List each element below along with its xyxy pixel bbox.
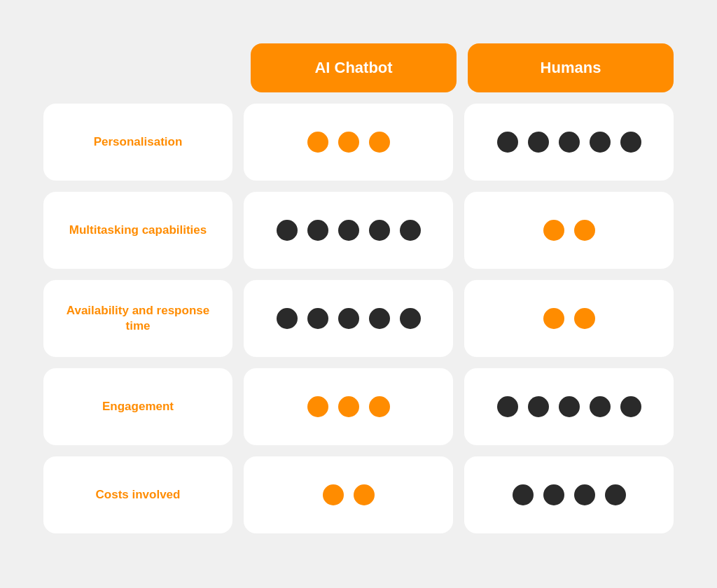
ai-cell-4 — [244, 456, 453, 533]
row-label-2: Availability and response time — [43, 280, 232, 357]
human-cell-3 — [464, 368, 674, 445]
ai-dot-2-2 — [338, 308, 359, 329]
human-dot-4-0 — [513, 484, 534, 505]
row-label-3: Engagement — [43, 368, 232, 445]
data-row-4: Costs involved — [43, 456, 674, 533]
human-dot-0-1 — [528, 132, 549, 153]
ai-dot-3-0 — [307, 396, 328, 417]
human-dot-4-2 — [574, 484, 595, 505]
row-label-4: Costs involved — [43, 456, 232, 533]
human-dot-0-0 — [497, 132, 518, 153]
human-dot-2-0 — [543, 308, 564, 329]
ai-dot-1-1 — [307, 220, 328, 241]
ai-dot-2-4 — [400, 308, 421, 329]
ai-dot-0-2 — [369, 132, 390, 153]
data-row-2: Availability and response time — [43, 280, 674, 357]
rows-container: PersonalisationMultitasking capabilities… — [43, 104, 674, 533]
ai-dot-4-1 — [354, 484, 375, 505]
human-dot-3-2 — [559, 396, 580, 417]
comparison-table: AI Chatbot Humans PersonalisationMultita… — [43, 43, 674, 545]
ai-chatbot-header: AI Chatbot — [251, 43, 457, 92]
human-cell-2 — [464, 280, 674, 357]
human-dot-3-3 — [590, 396, 611, 417]
human-dot-0-2 — [559, 132, 580, 153]
row-label-1: Multitasking capabilities — [43, 192, 232, 269]
ai-dot-1-0 — [277, 220, 298, 241]
header-spacer — [50, 43, 239, 92]
human-dot-1-1 — [574, 220, 595, 241]
human-dot-1-0 — [543, 220, 564, 241]
ai-cell-3 — [244, 368, 453, 445]
ai-dot-3-1 — [338, 396, 359, 417]
human-dot-0-3 — [590, 132, 611, 153]
ai-dot-2-3 — [369, 308, 390, 329]
row-label-0: Personalisation — [43, 104, 232, 181]
ai-dot-3-2 — [369, 396, 390, 417]
ai-dot-1-4 — [400, 220, 421, 241]
ai-dot-0-1 — [338, 132, 359, 153]
human-dot-4-3 — [605, 484, 626, 505]
header-row: AI Chatbot Humans — [43, 43, 674, 92]
humans-header: Humans — [468, 43, 674, 92]
data-row-0: Personalisation — [43, 104, 674, 181]
ai-cell-2 — [244, 280, 453, 357]
ai-dot-1-2 — [338, 220, 359, 241]
ai-dot-1-3 — [369, 220, 390, 241]
human-dot-3-4 — [620, 396, 641, 417]
human-cell-4 — [464, 456, 674, 533]
human-dot-4-1 — [543, 484, 564, 505]
data-row-3: Engagement — [43, 368, 674, 445]
human-cell-1 — [464, 192, 674, 269]
human-dot-3-1 — [528, 396, 549, 417]
human-dot-3-0 — [497, 396, 518, 417]
ai-cell-0 — [244, 104, 453, 181]
data-row-1: Multitasking capabilities — [43, 192, 674, 269]
human-dot-0-4 — [620, 132, 641, 153]
ai-dot-4-0 — [323, 484, 344, 505]
ai-cell-1 — [244, 192, 453, 269]
ai-dot-0-0 — [307, 132, 328, 153]
ai-dot-2-0 — [277, 308, 298, 329]
human-cell-0 — [464, 104, 674, 181]
human-dot-2-1 — [574, 308, 595, 329]
ai-dot-2-1 — [307, 308, 328, 329]
